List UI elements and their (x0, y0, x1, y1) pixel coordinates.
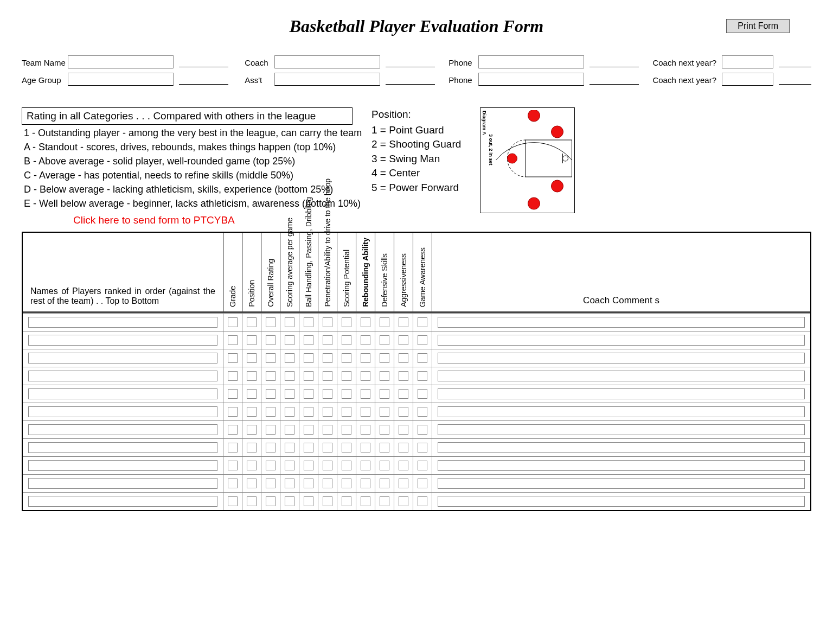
skill-rating-input[interactable] (266, 317, 275, 327)
skill-rating-input[interactable] (380, 371, 389, 381)
skill-rating-input[interactable] (399, 335, 408, 345)
skill-rating-input[interactable] (342, 389, 351, 399)
skill-rating-input[interactable] (304, 317, 313, 327)
skill-rating-input[interactable] (247, 479, 257, 488)
skill-rating-input[interactable] (323, 425, 332, 435)
skill-rating-input[interactable] (342, 335, 351, 345)
skill-rating-input[interactable] (380, 461, 389, 470)
skill-rating-input[interactable] (380, 335, 389, 345)
skill-rating-input[interactable] (361, 443, 370, 452)
player-name-input[interactable] (28, 335, 217, 346)
skill-rating-input[interactable] (342, 371, 351, 381)
skill-rating-input[interactable] (228, 443, 238, 452)
skill-rating-input[interactable] (304, 425, 313, 435)
skill-rating-input[interactable] (418, 335, 427, 345)
player-name-input[interactable] (28, 388, 217, 399)
skill-rating-input[interactable] (285, 443, 294, 452)
skill-rating-input[interactable] (228, 335, 238, 345)
skill-rating-input[interactable] (361, 389, 370, 399)
skill-rating-input[interactable] (418, 353, 427, 363)
print-form-button[interactable]: Print Form (726, 19, 790, 33)
skill-rating-input[interactable] (361, 425, 370, 435)
skill-rating-input[interactable] (418, 389, 427, 399)
skill-rating-input[interactable] (380, 443, 389, 452)
skill-rating-input[interactable] (418, 461, 427, 470)
coach-comment-input[interactable] (438, 388, 805, 399)
coach-comment-input[interactable] (438, 460, 805, 471)
skill-rating-input[interactable] (380, 389, 389, 399)
skill-rating-input[interactable] (342, 407, 351, 417)
skill-rating-input[interactable] (323, 353, 332, 363)
skill-rating-input[interactable] (266, 425, 275, 435)
asst-input[interactable] (274, 73, 380, 86)
skill-rating-input[interactable] (266, 443, 275, 452)
skill-rating-input[interactable] (418, 407, 427, 417)
phone2-input[interactable] (478, 73, 584, 86)
skill-rating-input[interactable] (399, 407, 408, 417)
skill-rating-input[interactable] (323, 443, 332, 452)
skill-rating-input[interactable] (342, 353, 351, 363)
skill-rating-input[interactable] (418, 317, 427, 327)
coach-comment-input[interactable] (438, 335, 805, 346)
skill-rating-input[interactable] (228, 389, 238, 399)
skill-rating-input[interactable] (304, 496, 313, 506)
player-name-input[interactable] (28, 496, 217, 507)
phone-input[interactable] (478, 55, 584, 68)
skill-rating-input[interactable] (285, 425, 294, 435)
skill-rating-input[interactable] (304, 389, 313, 399)
skill-rating-input[interactable] (399, 461, 408, 470)
skill-rating-input[interactable] (266, 479, 275, 488)
skill-rating-input[interactable] (228, 317, 238, 327)
skill-rating-input[interactable] (304, 479, 313, 488)
skill-rating-input[interactable] (228, 496, 238, 506)
skill-rating-input[interactable] (304, 371, 313, 381)
skill-rating-input[interactable] (247, 443, 257, 452)
skill-rating-input[interactable] (266, 461, 275, 470)
send-form-link[interactable]: Click here to send form to PTCYBA (73, 214, 811, 226)
skill-rating-input[interactable] (380, 425, 389, 435)
skill-rating-input[interactable] (285, 461, 294, 470)
skill-rating-input[interactable] (285, 479, 294, 488)
skill-rating-input[interactable] (285, 407, 294, 417)
skill-rating-input[interactable] (323, 371, 332, 381)
coach-comment-input[interactable] (438, 478, 805, 489)
skill-rating-input[interactable] (285, 353, 294, 363)
skill-rating-input[interactable] (323, 479, 332, 488)
skill-rating-input[interactable] (266, 335, 275, 345)
skill-rating-input[interactable] (418, 425, 427, 435)
skill-rating-input[interactable] (266, 496, 275, 506)
skill-rating-input[interactable] (247, 496, 257, 506)
skill-rating-input[interactable] (323, 335, 332, 345)
skill-rating-input[interactable] (361, 479, 370, 488)
skill-rating-input[interactable] (399, 425, 408, 435)
coach-next-year2-input[interactable] (722, 73, 773, 86)
skill-rating-input[interactable] (323, 407, 332, 417)
skill-rating-input[interactable] (418, 443, 427, 452)
skill-rating-input[interactable] (228, 461, 238, 470)
skill-rating-input[interactable] (361, 496, 370, 506)
skill-rating-input[interactable] (247, 407, 257, 417)
skill-rating-input[interactable] (285, 335, 294, 345)
coach-comment-input[interactable] (438, 424, 805, 435)
skill-rating-input[interactable] (304, 443, 313, 452)
skill-rating-input[interactable] (380, 317, 389, 327)
skill-rating-input[interactable] (285, 389, 294, 399)
skill-rating-input[interactable] (342, 443, 351, 452)
skill-rating-input[interactable] (399, 479, 408, 488)
skill-rating-input[interactable] (323, 389, 332, 399)
skill-rating-input[interactable] (399, 353, 408, 363)
skill-rating-input[interactable] (380, 496, 389, 506)
skill-rating-input[interactable] (247, 461, 257, 470)
skill-rating-input[interactable] (399, 443, 408, 452)
skill-rating-input[interactable] (361, 371, 370, 381)
skill-rating-input[interactable] (361, 353, 370, 363)
skill-rating-input[interactable] (361, 407, 370, 417)
skill-rating-input[interactable] (399, 389, 408, 399)
skill-rating-input[interactable] (304, 335, 313, 345)
skill-rating-input[interactable] (399, 496, 408, 506)
skill-rating-input[interactable] (285, 371, 294, 381)
team-name-input[interactable] (68, 55, 174, 68)
skill-rating-input[interactable] (380, 353, 389, 363)
coach-comment-input[interactable] (438, 442, 805, 453)
skill-rating-input[interactable] (342, 425, 351, 435)
